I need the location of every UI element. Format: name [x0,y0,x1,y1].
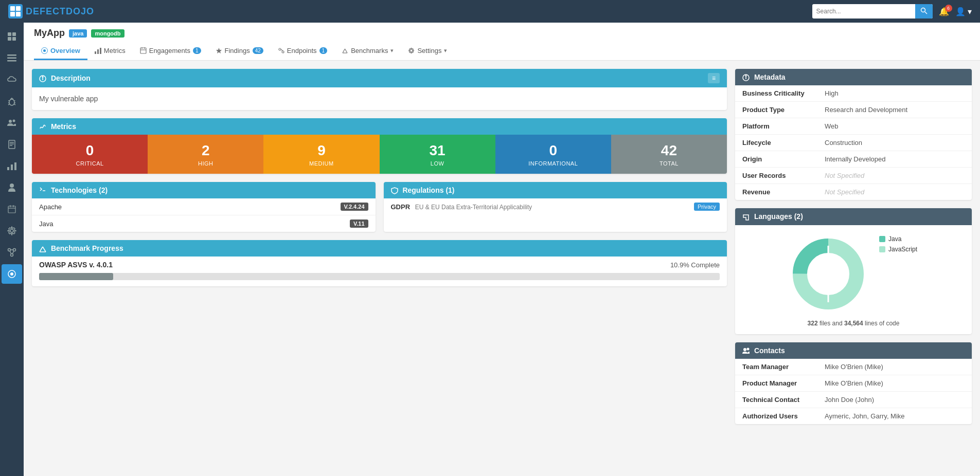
meta-value-revenue: Not Specified [825,188,864,196]
svg-line-58 [345,49,348,53]
sidebar-item-active[interactable] [2,264,22,284]
languages-header: Languages (2) [735,208,972,225]
left-panel: Description ≡ My vulnerable app Metrics [32,69,727,424]
svg-point-35 [10,229,13,232]
meta-label-lifecycle: Lifecycle [742,139,825,147]
meta-value-criticality: High [825,89,839,97]
svg-rect-10 [7,54,16,56]
user-menu-button[interactable]: 👤 ▾ [955,7,972,16]
tab-settings-arrow: ▾ [444,47,447,54]
sidebar-item-list[interactable] [2,48,22,68]
svg-point-38 [11,254,13,257]
tab-benchmarks-label: Benchmarks [351,47,388,54]
description-actions-button[interactable]: ≡ [708,73,720,83]
sidebar-item-person[interactable] [2,178,22,197]
description-text: My vulnerable app [39,95,720,103]
metric-total-label: TOTAL [615,160,723,167]
languages-donut-chart [790,235,867,313]
benchmark-progress-fill [39,273,113,280]
svg-rect-12 [7,60,16,62]
svg-rect-0 [10,6,15,11]
legend-javascript-dot [879,246,885,252]
svg-point-36 [8,249,11,251]
tab-endpoints[interactable]: Endpoints 1 [271,43,334,60]
tab-metrics-label: Metrics [104,47,126,54]
sidebar-item-cloud[interactable] [2,70,22,89]
description-card: Description ≡ My vulnerable app [32,69,727,110]
languages-legend: Java JavaScript [879,235,917,253]
metrics-header-label: Metrics [39,122,76,131]
sidebar-item-calendar[interactable] [2,199,22,219]
svg-line-66 [43,247,46,252]
search-button[interactable] [915,4,933,19]
svg-point-43 [10,272,13,276]
svg-line-5 [925,12,927,14]
tab-findings-badge: 42 [253,47,263,54]
svg-rect-11 [7,58,16,59]
svg-point-4 [921,8,925,12]
svg-point-60 [410,49,413,52]
benchmark-row: OWASP ASVS v. 4.0.1 10.9% Complete [32,257,727,271]
metric-critical-label: CRITICAL [36,160,144,167]
contact-label-product-manager: Product Manager [742,379,825,387]
meta-value-user-records: Not Specified [825,172,864,179]
tab-engagements[interactable]: Engagements 1 [133,43,208,60]
reg-name-gdpr: GDPR [391,203,411,211]
search-input[interactable] [812,8,915,15]
sidebar-item-charts[interactable] [2,156,22,176]
page-title-row: MyApp java mongodb [34,28,970,39]
svg-point-21 [9,120,12,123]
svg-rect-46 [95,51,96,54]
metrics-header: Metrics [32,118,727,135]
sidebar-item-settings[interactable] [2,221,22,241]
technologies-card: Technologies (2) Apache V.2.4.24 Java V.… [32,182,376,232]
contact-label-team-manager: Team Manager [742,363,825,371]
tech-version-java: V.11 [350,219,368,228]
meta-label-platform: Platform [742,122,825,130]
sidebar-item-reports[interactable] [2,135,22,154]
metric-high-value: 2 [152,142,259,159]
svg-line-41 [12,251,14,254]
legend-javascript: JavaScript [879,246,917,253]
tab-benchmarks[interactable]: Benchmarks ▾ [334,43,401,60]
benchmark-title: OWASP ASVS v. 4.0.1 [39,261,113,269]
brand-dojo: DOJO [66,6,94,16]
topnav-right: 🔔 6 👤 ▾ [812,4,972,19]
tab-settings[interactable]: Settings ▾ [401,43,454,60]
metric-critical-value: 0 [36,142,144,159]
tab-overview[interactable]: Overview [34,43,87,60]
tab-benchmarks-arrow: ▾ [390,47,394,54]
contact-value-technical-contact: John Doe (John) [825,396,874,404]
svg-line-65 [40,247,43,252]
tab-findings[interactable]: Findings 42 [208,43,271,60]
meta-value-platform: Web [825,122,839,130]
metadata-card: Metadata Business Criticality High Produ… [735,69,972,200]
svg-rect-9 [12,37,16,41]
sidebar-item-bug[interactable] [2,91,22,111]
sidebar-item-integrations[interactable] [2,243,22,262]
tech-version-apache: V.2.4.24 [341,203,368,211]
metadata-rows: Business Criticality High Product Type R… [735,85,972,200]
notifications-badge: 6 [945,5,952,12]
contact-label-authorized-users: Authorized Users [742,412,825,420]
svg-point-76 [743,348,746,351]
svg-point-13 [9,99,14,105]
metric-low: 31 LOW [380,135,495,174]
meta-label-product-type: Product Type [742,106,825,114]
regulations-header: Regulations (1) [384,182,727,198]
tab-settings-label: Settings [417,47,441,54]
svg-line-57 [343,49,345,53]
metric-informational-label: INFORMATIONAL [500,160,607,167]
main-content: Description ≡ My vulnerable app Metrics [24,61,980,432]
metric-low-label: LOW [384,160,491,167]
page-header: MyApp java mongodb Overview Metrics Enga… [24,23,980,61]
tab-metrics[interactable]: Metrics [87,43,133,60]
sidebar-item-users[interactable] [2,113,22,133]
notifications-button[interactable]: 🔔 6 [939,7,949,16]
svg-rect-8 [8,37,11,41]
svg-point-45 [43,49,46,52]
sidebar-item-dashboard[interactable] [2,27,22,46]
svg-line-40 [10,251,11,254]
benchmark-body: OWASP ASVS v. 4.0.1 10.9% Complete [32,257,727,280]
reg-desc-gdpr: EU & EU Data Extra-Territorial Applicabi… [415,204,532,211]
